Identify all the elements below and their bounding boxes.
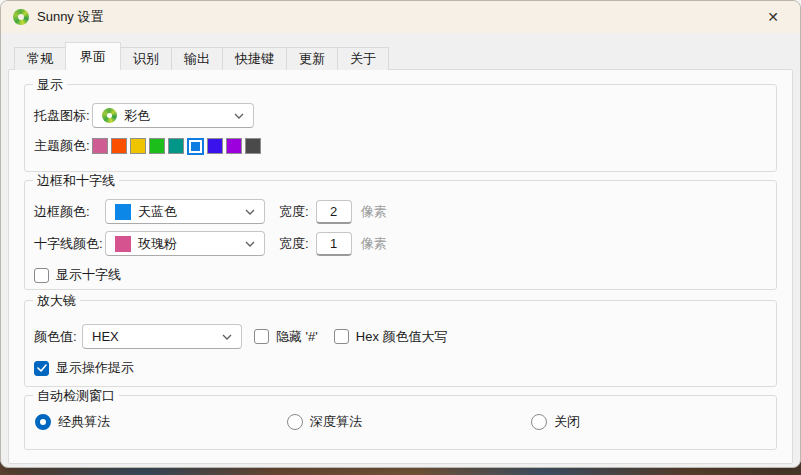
close-icon: ✕ — [767, 9, 779, 25]
theme-swatch-green[interactable] — [149, 138, 165, 154]
tab-interface[interactable]: 界面 — [65, 42, 121, 70]
tab-general[interactable]: 常规 — [14, 47, 66, 70]
tray-icon-preview — [102, 108, 117, 123]
tab-output[interactable]: 输出 — [171, 47, 223, 70]
border-width-unit: 像素 — [361, 203, 387, 221]
radio-depth-label: 深度算法 — [310, 413, 362, 431]
theme-color-row: 主题颜色: — [34, 137, 776, 155]
tab-bar: 常规 界面 识别 输出 快捷键 更新 关于 — [14, 43, 793, 70]
tray-icon-label: 托盘图标: — [34, 107, 92, 125]
show-tips-checkbox[interactable] — [34, 361, 49, 376]
app-icon — [13, 9, 29, 25]
chevron-down-icon — [234, 113, 244, 119]
color-value-select[interactable]: HEX — [82, 324, 242, 349]
chevron-down-icon — [222, 334, 232, 340]
tray-icon-row: 托盘图标: 彩色 — [34, 103, 776, 128]
color-value-label: 颜色值: — [34, 328, 82, 346]
radio-classic-algorithm[interactable]: 经典算法 — [35, 413, 110, 431]
theme-swatch-teal[interactable] — [168, 138, 184, 154]
crosshair-color-label: 十字线颜色: — [34, 235, 105, 253]
tab-recognition[interactable]: 识别 — [120, 47, 172, 70]
theme-swatch-darkgray[interactable] — [245, 138, 261, 154]
crosshair-color-select[interactable]: 玫瑰粉 — [105, 231, 265, 256]
group-border-title: 边框和十字线 — [33, 172, 119, 190]
screen: Sunny 设置 ✕ 常规 界面 识别 输出 快捷键 更新 关于 显示 托 — [0, 0, 801, 475]
check-icon — [37, 364, 47, 372]
radio-depth-algorithm[interactable]: 深度算法 — [287, 413, 362, 431]
hex-uppercase-label: Hex 颜色值大写 — [356, 328, 448, 346]
color-value-current: HEX — [92, 329, 215, 344]
group-auto-detect-title: 自动检测窗口 — [33, 387, 119, 405]
tray-icon-value: 彩色 — [124, 107, 227, 125]
hide-hash-checkbox[interactable] — [254, 329, 269, 344]
titlebar[interactable]: Sunny 设置 ✕ — [1, 1, 800, 33]
border-width-input[interactable] — [316, 200, 352, 224]
theme-swatch-pink[interactable] — [92, 138, 108, 154]
radio-depth-dot[interactable] — [287, 414, 303, 430]
close-button[interactable]: ✕ — [758, 5, 788, 29]
hex-uppercase-option[interactable]: Hex 颜色值大写 — [334, 328, 448, 346]
hex-uppercase-checkbox[interactable] — [334, 329, 349, 344]
theme-swatch-blueviolet[interactable] — [207, 138, 223, 154]
border-color-select[interactable]: 天蓝色 — [105, 199, 265, 224]
tray-icon-select[interactable]: 彩色 — [92, 103, 254, 128]
tab-about[interactable]: 关于 — [337, 47, 389, 70]
tab-zone: 常规 界面 识别 输出 快捷键 更新 关于 显示 托盘图标: 彩色 — [1, 33, 800, 464]
color-value-row: 颜色值: HEX 隐藏 '#' — [34, 324, 776, 349]
group-auto-detect: 自动检测窗口 经典算法 深度算法 关闭 — [24, 395, 777, 450]
group-display-title: 显示 — [33, 76, 67, 94]
show-crosshair-checkbox[interactable] — [34, 268, 49, 283]
chevron-down-icon — [245, 209, 255, 215]
show-tips-label: 显示操作提示 — [56, 359, 134, 377]
border-color-label: 边框颜色: — [34, 203, 105, 221]
radio-off[interactable]: 关闭 — [531, 413, 580, 431]
algorithm-radio-row: 经典算法 深度算法 关闭 — [34, 413, 776, 431]
group-border-crosshair: 边框和十字线 边框颜色: 天蓝色 宽度: 像素 — [24, 180, 777, 290]
show-crosshair-option[interactable]: 显示十字线 — [34, 266, 776, 284]
border-color-swatch — [115, 204, 131, 220]
theme-swatch-purple[interactable] — [226, 138, 242, 154]
chevron-down-icon — [245, 241, 255, 247]
show-crosshair-label: 显示十字线 — [56, 266, 121, 284]
hide-hash-option[interactable]: 隐藏 '#' — [254, 328, 318, 346]
theme-color-label: 主题颜色: — [34, 137, 92, 155]
show-tips-option[interactable]: 显示操作提示 — [34, 359, 776, 377]
crosshair-color-value: 玫瑰粉 — [138, 235, 238, 253]
theme-swatch-yellow[interactable] — [130, 138, 146, 154]
theme-color-palette — [92, 138, 264, 155]
crosshair-color-row: 十字线颜色: 玫瑰粉 宽度: 像素 — [34, 231, 776, 256]
theme-swatch-blue-selected[interactable] — [187, 138, 204, 155]
tab-hotkeys[interactable]: 快捷键 — [222, 47, 287, 70]
crosshair-width-label: 宽度: — [279, 235, 309, 253]
radio-classic-dot[interactable] — [35, 414, 51, 430]
settings-window: Sunny 设置 ✕ 常规 界面 识别 输出 快捷键 更新 关于 显示 托 — [0, 0, 801, 468]
group-display: 显示 托盘图标: 彩色 主题颜色: — [24, 84, 777, 172]
hide-hash-label: 隐藏 '#' — [276, 328, 318, 346]
tab-update[interactable]: 更新 — [286, 47, 338, 70]
border-width-label: 宽度: — [279, 203, 309, 221]
group-magnifier-title: 放大镜 — [33, 292, 80, 310]
border-color-value: 天蓝色 — [138, 203, 238, 221]
crosshair-color-swatch — [115, 236, 131, 252]
border-color-row: 边框颜色: 天蓝色 宽度: 像素 — [34, 199, 776, 224]
radio-off-dot[interactable] — [531, 414, 547, 430]
radio-off-label: 关闭 — [554, 413, 580, 431]
window-title: Sunny 设置 — [37, 8, 758, 26]
crosshair-width-unit: 像素 — [361, 235, 387, 253]
radio-classic-label: 经典算法 — [58, 413, 110, 431]
group-magnifier: 放大镜 颜色值: HEX 隐藏 '#' — [24, 300, 777, 387]
crosshair-width-input[interactable] — [316, 232, 352, 256]
tab-page-interface: 显示 托盘图标: 彩色 主题颜色: — [8, 69, 793, 464]
theme-swatch-orange[interactable] — [111, 138, 127, 154]
